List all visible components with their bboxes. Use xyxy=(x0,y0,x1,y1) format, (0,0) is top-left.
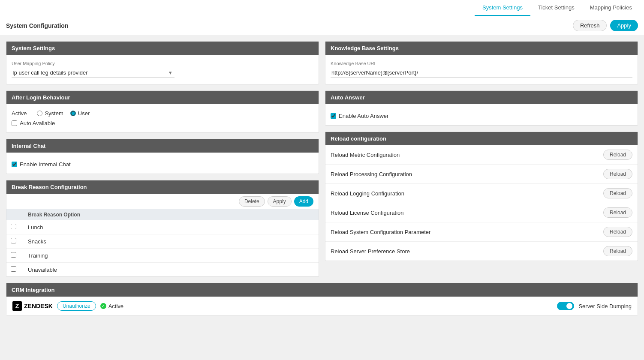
reload-config-card: Reload configuration Reload Metric Confi… xyxy=(325,132,638,261)
crm-integration-card: CRM Integration Z ZENDESK Unauthorize Ac… xyxy=(6,283,638,315)
row-checkbox[interactable] xyxy=(11,238,16,243)
system-settings-header: System Settings xyxy=(6,42,319,55)
break-reason-col-header: Break Reason Option xyxy=(24,209,319,220)
reload-button[interactable]: Reload xyxy=(603,246,632,256)
active-dot-icon xyxy=(100,303,106,309)
main-content: System Settings User Mapping Policy Ip u… xyxy=(0,35,644,283)
zendesk-label: ZENDESK xyxy=(24,303,53,309)
internal-chat-header: Internal Chat xyxy=(6,139,319,153)
internal-chat-card: Internal Chat Enable Internal Chat xyxy=(6,139,319,174)
user-radio[interactable] xyxy=(70,111,76,116)
list-item: Reload Server Preference Store Reload xyxy=(325,242,638,261)
user-mapping-policy-wrapper: Ip user call leg details provider Option… xyxy=(12,68,175,78)
reload-row-label: Reload Server Preference Store xyxy=(331,248,410,255)
user-radio-label: User xyxy=(78,110,90,117)
break-reason-table: Break Reason Option Lunch Snacks Trainin… xyxy=(6,209,319,276)
break-reason-cell: Snacks xyxy=(24,234,319,249)
system-radio[interactable] xyxy=(37,111,42,116)
auto-available-checkbox[interactable] xyxy=(12,120,17,126)
enable-auto-answer-checkbox[interactable] xyxy=(331,113,336,119)
list-item: Reload Logging Configuration Reload xyxy=(325,184,638,203)
user-mapping-policy-label: User Mapping Policy xyxy=(12,61,313,66)
kb-settings-card: Knowledge Base Settings Knowledge Base U… xyxy=(325,41,638,84)
internal-chat-body: Enable Internal Chat xyxy=(6,153,319,174)
list-item: Reload License Configuration Reload xyxy=(325,203,638,222)
kb-url-label: Knowledge Base URL xyxy=(331,61,632,66)
after-login-body: Active System User Auto Avail xyxy=(6,104,319,132)
tab-system-settings[interactable]: System Settings xyxy=(475,0,530,16)
reload-button[interactable]: Reload xyxy=(603,150,632,160)
reload-button[interactable]: Reload xyxy=(603,227,632,237)
break-reason-card: Break Reason Configuration Delete Apply … xyxy=(6,180,319,277)
header-actions: Refresh Apply xyxy=(573,20,638,31)
delete-button[interactable]: Delete xyxy=(239,196,265,207)
system-settings-card: System Settings User Mapping Policy Ip u… xyxy=(6,41,319,84)
crm-bar: Z ZENDESK Unauthorize Active Server Side… xyxy=(6,297,638,315)
after-login-header: After Login Behaviour xyxy=(6,91,319,104)
auto-available-label: Auto Available xyxy=(20,120,55,126)
break-reason-cell: Unavailable xyxy=(24,263,319,277)
list-item: Reload System Configuration Parameter Re… xyxy=(325,222,638,242)
list-item: Reload Processing Configuration Reload xyxy=(325,165,638,184)
reload-config-header: Reload configuration xyxy=(325,132,638,145)
row-checkbox[interactable] xyxy=(11,252,16,258)
kb-url-input[interactable] xyxy=(331,68,632,78)
user-mapping-policy-select[interactable]: Ip user call leg details provider Option… xyxy=(12,68,175,78)
reload-row-label: Reload Processing Configuration xyxy=(331,171,412,177)
row-checkbox[interactable] xyxy=(11,266,16,272)
left-column: System Settings User Mapping Policy Ip u… xyxy=(6,41,319,277)
auto-answer-card: Auto Answer Enable Auto Answer xyxy=(325,90,638,126)
zendesk-z-icon: Z xyxy=(12,301,22,311)
system-radio-label: System xyxy=(45,110,63,117)
checkbox-col-header xyxy=(6,209,24,220)
user-radio-item[interactable]: User xyxy=(70,110,90,117)
add-button[interactable]: Add xyxy=(294,196,313,207)
reload-row-label: Reload Logging Configuration xyxy=(331,190,404,197)
enable-internal-chat-checkbox[interactable] xyxy=(12,162,17,167)
zendesk-logo: Z ZENDESK xyxy=(12,301,53,311)
break-apply-button[interactable]: Apply xyxy=(268,196,292,207)
reload-button[interactable]: Reload xyxy=(603,188,632,198)
page-header: System Configuration Refresh Apply xyxy=(0,16,644,35)
refresh-button[interactable]: Refresh xyxy=(573,20,607,31)
break-reason-cell: Training xyxy=(24,249,319,263)
active-label: Active xyxy=(12,110,27,117)
enable-auto-answer-item[interactable]: Enable Auto Answer xyxy=(331,113,632,119)
server-side-dumping-toggle[interactable] xyxy=(557,302,574,310)
kb-settings-body: Knowledge Base URL xyxy=(325,55,638,84)
kb-settings-header: Knowledge Base Settings xyxy=(325,42,638,55)
reload-row-label: Reload License Configuration xyxy=(331,210,404,216)
unauthorize-button[interactable]: Unauthorize xyxy=(57,301,96,311)
reload-button[interactable]: Reload xyxy=(603,207,632,218)
crm-integration-header: CRM Integration xyxy=(6,283,638,297)
tab-mapping-policies[interactable]: Mapping Policies xyxy=(582,0,640,16)
crm-section: CRM Integration Z ZENDESK Unauthorize Ac… xyxy=(0,283,644,315)
apply-button[interactable]: Apply xyxy=(610,20,638,31)
enable-internal-chat-label: Enable Internal Chat xyxy=(20,161,71,168)
reload-row-label: Reload System Configuration Parameter xyxy=(331,229,430,235)
server-side-dumping-label: Server Side Dumping xyxy=(578,303,632,309)
active-row: Active System User xyxy=(12,110,313,117)
auto-answer-header: Auto Answer xyxy=(325,91,638,104)
system-settings-body: User Mapping Policy Ip user call leg det… xyxy=(6,55,319,84)
crm-right: Server Side Dumping xyxy=(557,302,632,310)
system-radio-item[interactable]: System xyxy=(37,110,63,117)
tab-ticket-settings[interactable]: Ticket Settings xyxy=(530,0,582,16)
reload-button[interactable]: Reload xyxy=(603,169,632,179)
after-login-card: After Login Behaviour Active System User xyxy=(6,90,319,133)
auto-answer-body: Enable Auto Answer xyxy=(325,104,638,125)
list-item: Reload Metric Configuration Reload xyxy=(325,145,638,165)
auto-available-item[interactable]: Auto Available xyxy=(12,120,313,126)
table-row: Lunch xyxy=(6,220,319,234)
top-tab-bar: System Settings Ticket Settings Mapping … xyxy=(0,0,644,16)
right-column: Knowledge Base Settings Knowledge Base U… xyxy=(325,41,638,277)
crm-left: Z ZENDESK Unauthorize Active xyxy=(12,301,123,311)
break-reason-header: Break Reason Configuration xyxy=(6,180,319,194)
radio-group: System User xyxy=(37,110,90,117)
row-checkbox[interactable] xyxy=(11,224,16,229)
table-row: Training xyxy=(6,249,319,263)
reload-rows: Reload Metric Configuration Reload Reloa… xyxy=(325,145,638,261)
enable-internal-chat-item[interactable]: Enable Internal Chat xyxy=(12,161,313,168)
break-reason-cell: Lunch xyxy=(24,220,319,234)
toggle-slider xyxy=(557,302,574,310)
